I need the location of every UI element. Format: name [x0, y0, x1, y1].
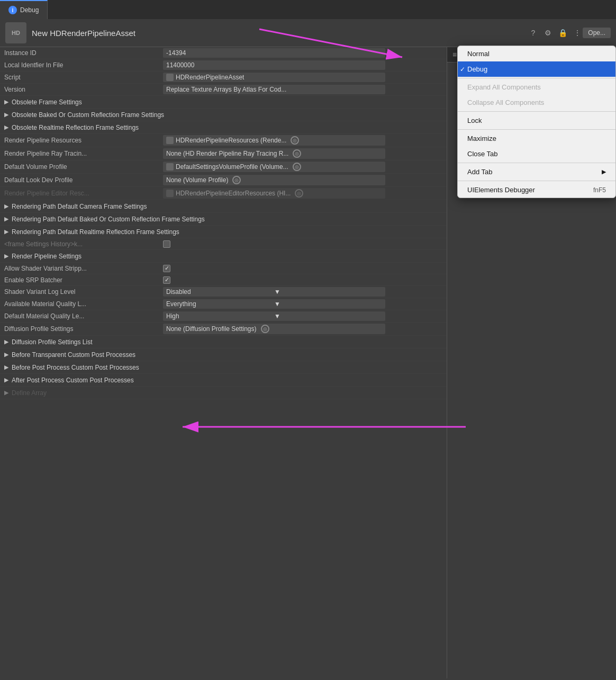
tab-bar: i Debug [0, 0, 616, 19]
open-button[interactable]: Ope... [583, 28, 611, 38]
rpr-circle-btn[interactable]: ◎ [291, 136, 299, 145]
arrow-icon-obsolete-realtime: ▶ [4, 124, 8, 131]
dld-circle-btn[interactable]: ◎ [232, 176, 241, 184]
render-pipeline-editor-value[interactable]: HDRenderPipelineEditorResources (HI... ◎ [163, 188, 385, 199]
diffusion-profile-value[interactable]: None (Diffusion Profile Settings) ◎ [163, 324, 385, 334]
script-label: Script [4, 74, 163, 81]
default-volume-profile-label: Default Volume Profile [4, 163, 163, 171]
rpr-object-icon [166, 137, 174, 144]
rp-camera-label: Rendering Path Default Camera Frame Sett… [12, 203, 147, 210]
shader-variant-log-arrow-icon: ▼ [274, 288, 382, 296]
render-pipeline-resources-label: Render Pipeline Resources [4, 137, 163, 144]
section-rendering-path-camera[interactable]: ▶ Rendering Path Default Camera Frame Se… [0, 200, 447, 213]
section-obsolete-realtime[interactable]: ▶ Obsolete Realtime Reflection Frame Set… [0, 121, 447, 134]
version-row: Version Replace Texture Arrays By Atlas … [0, 84, 447, 96]
section-obsolete-frame[interactable]: ▶ Obsolete Frame Settings [0, 96, 447, 109]
shader-variant-log-value: Disabled [166, 288, 274, 296]
divider-4 [458, 163, 615, 163]
default-material-quality-label: Default Material Quality Le... [4, 312, 163, 320]
menu-maximize[interactable]: Maximize [458, 131, 615, 146]
rpr-text: HDRenderPipelineResources (Rende... [176, 137, 286, 144]
dvp-object-icon [166, 163, 174, 171]
default-look-dev-value[interactable]: None (Volume Profile) ◎ [163, 175, 385, 185]
default-material-quality-dropdown[interactable]: High ▼ [163, 311, 385, 321]
diffusion-profile-circle-btn[interactable]: ◎ [261, 325, 269, 333]
arrow-icon-rp-realtime: ▶ [4, 228, 8, 235]
frame-history-checkbox-wrap [163, 240, 170, 248]
render-pipeline-ray-value[interactable]: None (HD Render Pipeline Ray Tracing R..… [163, 148, 385, 159]
section-after-post-process[interactable]: ▶ After Post Process Custom Post Process… [0, 374, 447, 387]
menu-ui-debugger[interactable]: UIElements Debugger fnF5 [458, 182, 615, 198]
lock-label: Lock [467, 117, 482, 124]
tab-debug[interactable]: i Debug [0, 0, 48, 19]
available-material-quality-value: Everything [166, 300, 274, 308]
menu-lock[interactable]: Lock [458, 113, 615, 128]
normal-label: Normal [467, 50, 490, 58]
section-render-pipeline-settings[interactable]: ▶ Render Pipeline Settings [0, 250, 447, 263]
divider-3 [458, 129, 615, 130]
section-obsolete-baked[interactable]: ▶ Obsolete Baked Or Custom Reflection Fr… [0, 109, 447, 121]
check-mark-icon: ✓ [460, 66, 465, 73]
arrow-icon-rp-baked: ▶ [4, 216, 8, 222]
after-post-process-label: After Post Process Custom Post Processes [12, 377, 134, 384]
obsolete-baked-label: Obsolete Baked Or Custom Reflection Fram… [12, 111, 164, 119]
asset-title: New HDRenderPipelineAsset [32, 29, 528, 38]
arrow-icon-before-transparent: ▶ [4, 351, 8, 358]
maximize-label: Maximize [467, 135, 496, 142]
menu-add-tab[interactable]: Add Tab ▶ [458, 164, 615, 180]
ui-debugger-shortcut: fnF5 [593, 186, 606, 194]
section-diffusion-list[interactable]: ▶ Diffusion Profile Settings List [0, 336, 447, 348]
render-pipeline-resources-value[interactable]: HDRenderPipelineResources (Rende... ◎ [163, 135, 385, 146]
dvp-circle-btn[interactable]: ◎ [293, 163, 301, 171]
available-material-quality-arrow-icon: ▼ [274, 300, 382, 308]
diffusion-profile-row: Diffusion Profile Settings None (Diffusi… [0, 323, 447, 336]
tab-label: Debug [20, 6, 39, 14]
srp-batcher-checkbox[interactable]: ✓ [163, 276, 170, 284]
ray-text: None (HD Render Pipeline Ray Tracing R..… [166, 150, 288, 157]
section-before-transparent[interactable]: ▶ Before Transparent Custom Post Process… [0, 348, 447, 361]
dld-text: None (Volume Profile) [166, 176, 228, 184]
script-value[interactable]: HDRenderPipelineAsset [163, 73, 385, 82]
default-volume-profile-value[interactable]: DefaultSettingsVolumeProfile (Volume... … [163, 162, 385, 172]
frame-settings-history-row: <frame Settings History>k... [0, 238, 447, 250]
frame-history-checkbox[interactable] [163, 240, 170, 248]
section-define-array[interactable]: ▶ Define Array [0, 387, 447, 399]
arrow-icon-obsolete-frame: ▶ [4, 99, 8, 105]
rpe-circle-btn[interactable]: ◎ [295, 189, 303, 198]
header-icons: ? ⚙ 🔒 ⋮ [528, 28, 583, 38]
menu-debug[interactable]: ✓ Debug [458, 61, 615, 77]
divider-2 [458, 111, 615, 112]
allow-shader-checkbox-wrap: ✓ [163, 265, 170, 272]
available-material-quality-dropdown[interactable]: Everything ▼ [163, 299, 385, 309]
rpe-object-icon [166, 190, 174, 197]
allow-shader-variant-label: Allow Shader Variant Stripp... [4, 265, 163, 272]
settings-icon[interactable]: ⚙ [542, 28, 553, 38]
allow-shader-variant-row: Allow Shader Variant Stripp... ✓ [0, 263, 447, 274]
menu-close-tab[interactable]: Close Tab [458, 146, 615, 162]
define-array-label: Define Array [12, 389, 47, 397]
srp-batcher-checkbox-wrap: ✓ [163, 276, 170, 284]
arrow-icon-rp-camera: ▶ [4, 203, 8, 210]
version-label: Version [4, 86, 163, 93]
shader-variant-log-dropdown[interactable]: Disabled ▼ [163, 287, 385, 297]
more-options-icon[interactable]: ⋮ [572, 28, 583, 38]
available-material-quality-label: Available Material Quality L... [4, 300, 163, 308]
section-rendering-path-realtime[interactable]: ▶ Rendering Path Default Realtime Reflec… [0, 226, 447, 238]
section-before-post-process[interactable]: ▶ Before Post Process Custom Post Proces… [0, 361, 447, 374]
render-pipeline-resources-row: Render Pipeline Resources HDRenderPipeli… [0, 134, 447, 147]
section-rendering-path-baked[interactable]: ▶ Rendering Path Default Baked Or Custom… [0, 213, 447, 226]
local-id-row: Local Identfier In File 11400000 [0, 59, 447, 71]
obsolete-frame-label: Obsolete Frame Settings [12, 99, 82, 106]
menu-normal[interactable]: Normal [458, 46, 615, 61]
instance-id-row: Instance ID -14394 [0, 47, 447, 59]
instance-id-value: -14394 [163, 48, 385, 58]
allow-shader-checkbox[interactable]: ✓ [163, 265, 170, 272]
hd-asset-icon: HD [5, 22, 26, 43]
help-icon[interactable]: ? [528, 28, 538, 38]
arrow-icon-obsolete-baked: ▶ [4, 111, 8, 118]
script-object-icon [166, 74, 174, 81]
lock-icon[interactable]: 🔒 [557, 28, 568, 38]
arrow-icon-after-post-process: ▶ [4, 377, 8, 383]
ray-circle-btn[interactable]: ◎ [293, 149, 301, 158]
local-id-label: Local Identfier In File [4, 61, 163, 69]
